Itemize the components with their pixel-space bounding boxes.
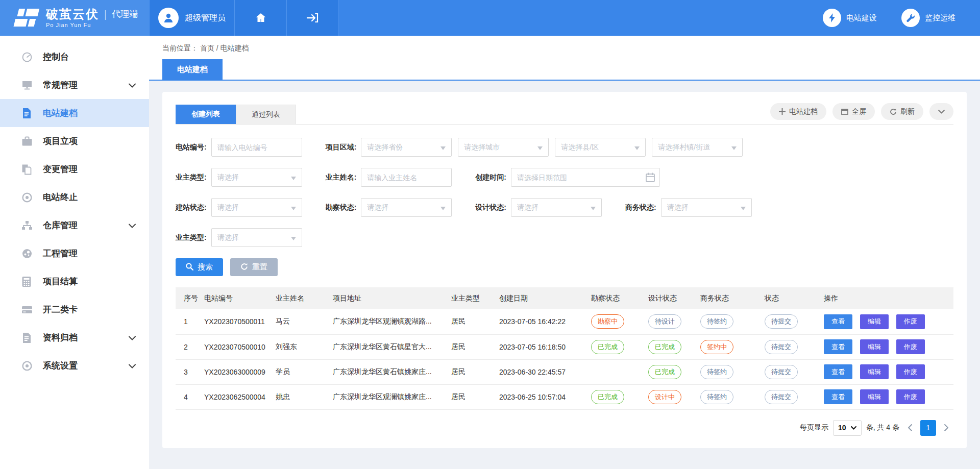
province-select[interactable]: 请选择省份	[361, 138, 452, 157]
breadcrumb-path[interactable]: 首页 / 电站建档	[200, 44, 249, 52]
survey-status-badge: 已完成	[591, 390, 624, 404]
nav-label: 监控运维	[925, 13, 955, 23]
col-header: 操作	[822, 287, 953, 309]
sidebar-item-engineering-management[interactable]: 工程管理	[0, 239, 149, 267]
sidebar-item-general-management[interactable]: 常规管理	[0, 71, 149, 99]
home-icon	[255, 12, 267, 24]
county-select[interactable]: 请选择县/区	[555, 138, 646, 157]
cell-address: 广东深圳龙华区观澜镇观湖路...	[331, 309, 449, 334]
next-page-button[interactable]	[941, 424, 952, 431]
edit-button[interactable]: 编辑	[860, 364, 889, 379]
refresh-icon	[890, 108, 897, 115]
table-row: 4 YX2023062500004 姚忠 广东深圳龙华区观澜镇姚家庄... 居民…	[176, 384, 953, 409]
collapse-toolbar-button[interactable]	[929, 103, 953, 120]
edit-button[interactable]: 编辑	[860, 339, 889, 354]
business-status-select[interactable]: 请选择	[661, 198, 752, 217]
sidebar-item-project-initiation[interactable]: 项目立项	[0, 127, 149, 155]
fullscreen-button[interactable]: 全屏	[832, 103, 875, 120]
sidebar-item-data-archive[interactable]: 资料归档	[0, 324, 149, 352]
page-tab-station-filing[interactable]: 电站建档	[162, 59, 223, 80]
business-status-badge: 待签约	[700, 390, 733, 404]
sidebar-item-warehouse-management[interactable]: 仓库管理	[0, 211, 149, 239]
sidebar-item-station-termination[interactable]: 电站终止	[0, 183, 149, 211]
survey-status-select[interactable]: 请选择	[361, 198, 452, 217]
brand-logo-block: 破茧云伏 | 代理端 Po Jian Yun Fu	[0, 0, 149, 36]
sidebar-item-station-filing[interactable]: 电站建档	[0, 99, 149, 127]
owner-name-input[interactable]	[367, 174, 446, 182]
col-header: 业主姓名	[274, 287, 331, 309]
view-button[interactable]: 查看	[824, 389, 852, 404]
filter-form: 电站编号: 项目区域: 请选择省份	[176, 125, 953, 276]
tab-passed-list[interactable]: 通过列表	[236, 105, 296, 124]
per-page-select[interactable]: 10	[833, 420, 862, 436]
void-button[interactable]: 作废	[896, 314, 925, 329]
view-button[interactable]: 查看	[824, 339, 852, 354]
sidebar-item-dashboard[interactable]: 控制台	[0, 43, 149, 71]
reset-button[interactable]: 重置	[230, 258, 278, 276]
date-range-picker[interactable]	[511, 168, 660, 187]
sidebar-item-change-management[interactable]: 变更管理	[0, 155, 149, 183]
edit-button[interactable]: 编辑	[860, 314, 889, 329]
cell-created: 2023-06-25 10:57:04	[497, 384, 589, 409]
caret-down-icon	[634, 143, 640, 152]
void-button[interactable]: 作废	[896, 389, 925, 404]
prev-page-button[interactable]	[904, 424, 916, 431]
cell-code: YX2023062500004	[202, 384, 274, 409]
sidebar-item-label: 仓库管理	[43, 219, 78, 231]
station-table: 序号 电站编号 业主姓名 项目地址 业主类型 创建日期 勘察状态 设计状态 商务…	[176, 287, 953, 410]
nav-monitoring-ops[interactable]: 监控运维	[901, 9, 955, 27]
owner-type-select[interactable]: 请选择	[211, 168, 302, 187]
sidebar-item-open-class2-card[interactable]: 开二类卡	[0, 295, 149, 324]
create-time-label: 创建时间:	[475, 173, 506, 182]
chevron-down-icon	[938, 110, 945, 114]
sidebar-item-label: 开二类卡	[43, 304, 78, 315]
view-button[interactable]: 查看	[824, 314, 852, 329]
void-button[interactable]: 作废	[896, 339, 925, 354]
sidebar-item-label: 电站终止	[43, 191, 78, 203]
page-tab-strip: 电站建档	[149, 59, 980, 81]
sidebar-item-project-settlement[interactable]: 项目结算	[0, 267, 149, 295]
col-header: 业主类型	[449, 287, 497, 309]
content: 创建列表 通过列表 电站建档 全屏 刷新	[149, 81, 980, 469]
logout-button[interactable]	[287, 0, 338, 36]
monitor-icon	[21, 79, 34, 91]
refresh-button[interactable]: 刷新	[881, 103, 923, 120]
city-select[interactable]: 请选择城市	[458, 138, 549, 157]
tab-create-list[interactable]: 创建列表	[176, 105, 236, 124]
sidebar-item-system-settings[interactable]: 系统设置	[0, 352, 149, 380]
cell-no: 3	[176, 359, 202, 384]
caret-down-icon	[291, 204, 296, 212]
village-select[interactable]: 请选择村镇/街道	[652, 138, 743, 157]
design-status-select[interactable]: 请选择	[511, 198, 602, 217]
caret-down-icon	[731, 143, 737, 152]
pagination: 每页显示 10 条, 共 4 条 1	[176, 410, 953, 443]
date-range-input[interactable]	[517, 174, 642, 182]
table-row: 3 YX2023063000009 学员 广东深圳龙华区黄石镇姚家庄... 居民…	[176, 359, 953, 384]
page-number-button[interactable]: 1	[920, 420, 936, 436]
business-status-badge: 待签约	[700, 365, 733, 379]
owner-type2-select[interactable]: 请选择	[211, 228, 302, 247]
breadcrumb-prefix: 当前位置：	[162, 44, 198, 52]
cell-address: 广东深圳龙华区黄石镇星官大...	[331, 334, 449, 359]
station-code-input[interactable]	[217, 143, 296, 152]
cell-address: 广东深圳龙华区黄石镇姚家庄...	[331, 359, 449, 384]
survey-status-badge: 勘察中	[591, 314, 624, 329]
brand-name: 破茧云伏	[46, 8, 99, 21]
build-status-select[interactable]: 请选择	[211, 198, 302, 217]
user-menu[interactable]: 超级管理员	[149, 0, 235, 36]
cell-owner: 马云	[274, 309, 331, 334]
create-station-button[interactable]: 电站建档	[770, 103, 826, 120]
col-header: 状态	[763, 287, 822, 309]
breadcrumb: 当前位置： 首页 / 电站建档	[149, 36, 980, 59]
design-status-label: 设计状态:	[475, 203, 506, 212]
col-header: 勘察状态	[589, 287, 646, 309]
home-button[interactable]	[235, 0, 287, 36]
void-button[interactable]: 作废	[896, 364, 925, 379]
cell-created: 2023-07-05 16:42:22	[497, 309, 589, 334]
caret-down-icon	[291, 174, 296, 182]
nav-station-construction[interactable]: 电站建设	[823, 9, 877, 27]
view-button[interactable]: 查看	[824, 364, 852, 379]
search-button[interactable]: 搜索	[176, 258, 223, 276]
edit-button[interactable]: 编辑	[860, 389, 889, 404]
sidebar-item-label: 资料归档	[43, 332, 78, 343]
